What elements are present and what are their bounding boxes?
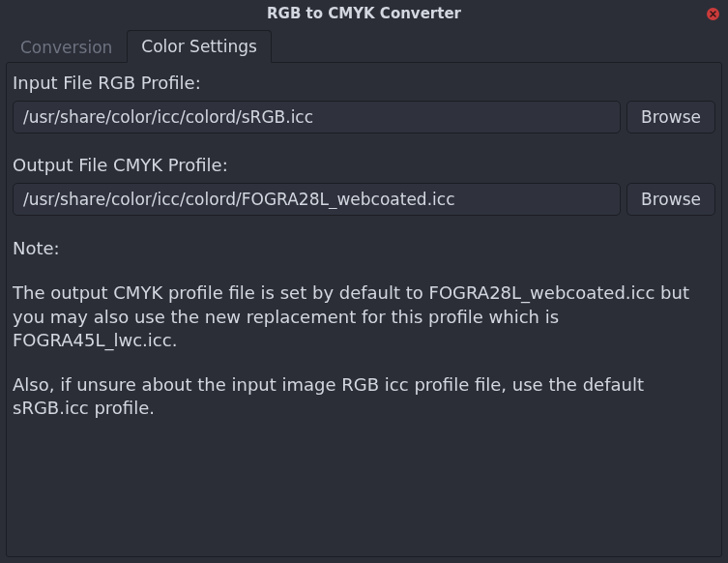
note-paragraph-1: The output CMYK profile file is set by d… xyxy=(13,282,715,352)
window-title: RGB to CMYK Converter xyxy=(267,5,461,22)
tab-conversion[interactable]: Conversion xyxy=(6,31,127,63)
output-profile-browse-button[interactable]: Browse xyxy=(626,183,715,216)
output-profile-field[interactable] xyxy=(13,183,621,216)
tab-color-settings[interactable]: Color Settings xyxy=(127,30,272,63)
input-profile-field[interactable] xyxy=(13,101,621,133)
input-profile-browse-button[interactable]: Browse xyxy=(626,101,715,133)
input-profile-row: Browse xyxy=(13,101,715,133)
titlebar: RGB to CMYK Converter xyxy=(0,0,728,27)
output-profile-row: Browse xyxy=(13,183,715,216)
tab-bar: Conversion Color Settings xyxy=(0,27,728,62)
output-profile-label: Output File CMYK Profile: xyxy=(13,155,715,175)
note-block: Note: The output CMYK profile file is se… xyxy=(13,237,715,421)
close-button[interactable] xyxy=(705,6,720,21)
note-heading: Note: xyxy=(13,237,715,260)
input-profile-label: Input File RGB Profile: xyxy=(13,73,715,93)
close-icon xyxy=(707,8,719,20)
note-paragraph-2: Also, if unsure about the input image RG… xyxy=(13,373,715,421)
content-frame: Input File RGB Profile: Browse Output Fi… xyxy=(6,62,722,557)
